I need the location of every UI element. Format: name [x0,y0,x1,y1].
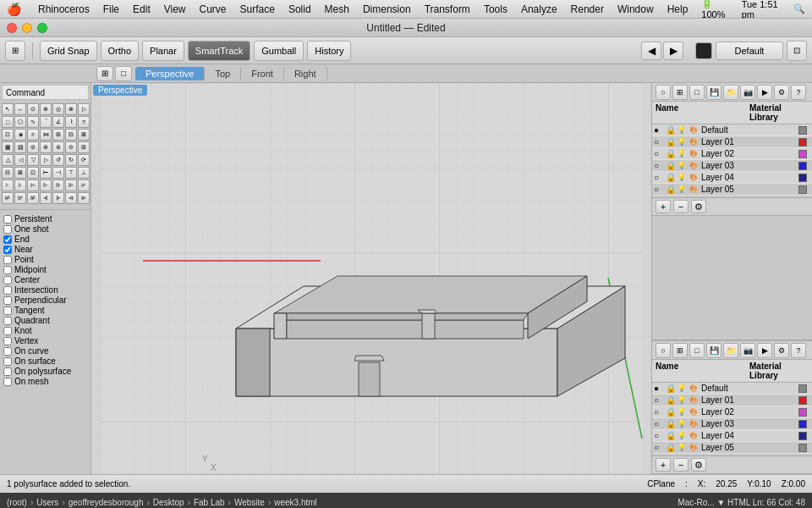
layer-row-05-top[interactable]: ○🔒💡🎨 Layer 05 [652,184,812,196]
lt-icon-25[interactable]: ⊛ [40,141,52,153]
lt-icon-3[interactable]: ⊙ [27,103,39,115]
lt-icon-23[interactable]: ▤ [14,141,26,153]
osnap-midpoint[interactable]: Midpoint [3,265,87,274]
lt-icon-56[interactable]: ⊳ [78,192,90,204]
osnap-persistent[interactable]: Persistent [3,214,87,224]
osnap-tangent-cb[interactable] [3,306,12,315]
lt-icon-22[interactable]: ▦ [2,141,14,153]
osnap-onsurface-cb[interactable] [3,357,12,366]
lt-icon-4[interactable]: ⊕ [40,103,52,115]
lt-icon-11[interactable]: ⌒ [40,116,52,128]
lt-icon-19[interactable]: ⊞ [52,129,64,141]
layer-row-default-top[interactable]: ●🔒💡🎨 Default [652,124,812,136]
osnap-center-cb[interactable] [3,276,12,284]
menu-file[interactable]: File [103,3,119,15]
lt-icon-35[interactable]: ⟳ [78,154,90,166]
lt-icon-51[interactable]: ⊮ [14,192,26,204]
lt-icon-42[interactable]: ⊥ [78,167,90,179]
layer-row-04-bot[interactable]: ○🔒💡🎨 Layer 04 [652,430,812,442]
menu-surface[interactable]: Surface [240,3,275,15]
rp-icon2-render[interactable]: ▶ [757,343,772,358]
menu-dimension[interactable]: Dimension [363,3,411,15]
lt-icon-6[interactable]: ⊗ [65,103,77,115]
lt-icon-9[interactable]: ⬡ [14,116,26,128]
lt-icon-55[interactable]: ⊲ [65,192,77,204]
rp-icon-sphere[interactable]: ○ [656,85,671,100]
tab-perspective[interactable]: Perspective [135,67,205,80]
layer-row-02-bot[interactable]: ○🔒💡🎨 Layer 02 [652,406,812,418]
lt-icon-50[interactable]: ⊭ [2,192,14,204]
osnap-perpendicular-cb[interactable] [3,296,12,305]
lt-icon-36[interactable]: ⊟ [2,167,14,179]
lt-icon-29[interactable]: △ [2,154,14,166]
lt-icon-49[interactable]: ⊬ [78,179,90,191]
lt-icon-16[interactable]: ◈ [14,129,26,141]
command-input[interactable]: Command [2,85,89,100]
lt-icon-43[interactable]: ⊦ [2,179,14,191]
rp-icon2-help[interactable]: ? [791,343,806,358]
maximize-button[interactable] [37,23,47,33]
lt-icon-32[interactable]: ▷ [40,154,52,166]
osnap-vertex-cb[interactable] [3,337,12,345]
osnap-end-cb[interactable] [3,235,12,244]
rp-icon-save[interactable]: 💾 [706,85,721,100]
osnap-center[interactable]: Center [3,275,87,284]
lt-icon-14[interactable]: ? [78,116,90,128]
menu-help[interactable]: Help [667,3,689,15]
smart-track-button[interactable]: SmartTrack [188,41,250,61]
osnap-onmesh-cb[interactable] [3,378,12,386]
osnap-vertex[interactable]: Vertex [3,336,87,345]
osnap-knot[interactable]: Knot [3,326,87,335]
osnap-onpolysurface[interactable]: On polysurface [3,367,87,376]
add-layer-button-bottom[interactable]: + [656,458,671,472]
rp-icon2-settings[interactable]: ⚙ [774,343,789,358]
rp-icon-settings[interactable]: ⚙ [774,85,789,100]
menubar-search-icon[interactable]: 🔍 [793,3,805,14]
lt-icon-26[interactable]: ⊜ [52,141,64,153]
viewport[interactable]: Perspective [91,83,651,474]
menu-render[interactable]: Render [571,3,604,15]
lt-icon-24[interactable]: ⊘ [27,141,39,153]
lt-icon-48[interactable]: ⊫ [65,179,77,191]
osnap-end[interactable]: End [3,235,87,244]
rp-icon2-save[interactable]: 💾 [706,343,721,358]
lt-icon-41[interactable]: ⊤ [65,167,77,179]
lt-icon-20[interactable]: ⊟ [65,129,77,141]
rp-icon-help[interactable]: ? [791,85,806,100]
lt-icon-12[interactable]: ∠ [52,116,64,128]
viewport-icon-2[interactable]: □ [115,66,132,81]
layer-row-default-bot[interactable]: ●🔒💡🎨 Default [652,383,812,395]
layer-row-01-top[interactable]: ○🔒💡🎨 Layer 01 [652,136,812,148]
planar-button[interactable]: Planar [142,41,184,61]
menu-window[interactable]: Window [617,3,654,15]
layer-row-05-bot[interactable]: ○🔒💡🎨 Layer 05 [652,442,812,454]
osnap-oncurve[interactable]: On curve [3,346,87,356]
add-layer-button-top[interactable]: + [656,200,671,213]
lt-icon-7[interactable]: ▷ [78,103,90,115]
tab-top[interactable]: Top [205,67,241,80]
osnap-tangent[interactable]: Tangent [3,306,87,315]
lt-icon-47[interactable]: ⊪ [52,179,64,191]
osnap-intersection-cb[interactable] [3,286,12,295]
lt-icon-10[interactable]: ∿ [27,116,39,128]
menu-tools[interactable]: Tools [484,3,508,15]
lt-icon-40[interactable]: ⊣ [52,167,64,179]
osnap-oneshot[interactable]: One shot [3,224,87,234]
rp-icon-folder[interactable]: 📁 [723,85,738,100]
osnap-onpolysurface-cb[interactable] [3,367,12,376]
layer-settings-button-bottom[interactable]: ⚙ [691,458,706,472]
rp-icon2-doc[interactable]: □ [689,343,705,358]
lt-icon-15[interactable]: ⊡ [2,129,14,141]
lt-icon-39[interactable]: ⊢ [40,167,52,179]
menu-analyze[interactable]: Analyze [521,3,557,15]
lt-icon-54[interactable]: ⊱ [52,192,64,204]
menu-view[interactable]: View [164,3,186,15]
osnap-oneshot-cb[interactable] [3,225,12,234]
osnap-point-cb[interactable] [3,256,12,264]
nav-back-button[interactable]: ◀ [641,41,661,60]
lt-icon-53[interactable]: ⊰ [40,192,52,204]
ortho-button[interactable]: Ortho [101,41,140,61]
rp-icon-doc[interactable]: □ [689,85,705,100]
lt-icon-8[interactable]: □ [2,116,14,128]
lt-icon-21[interactable]: ⊠ [78,129,90,141]
